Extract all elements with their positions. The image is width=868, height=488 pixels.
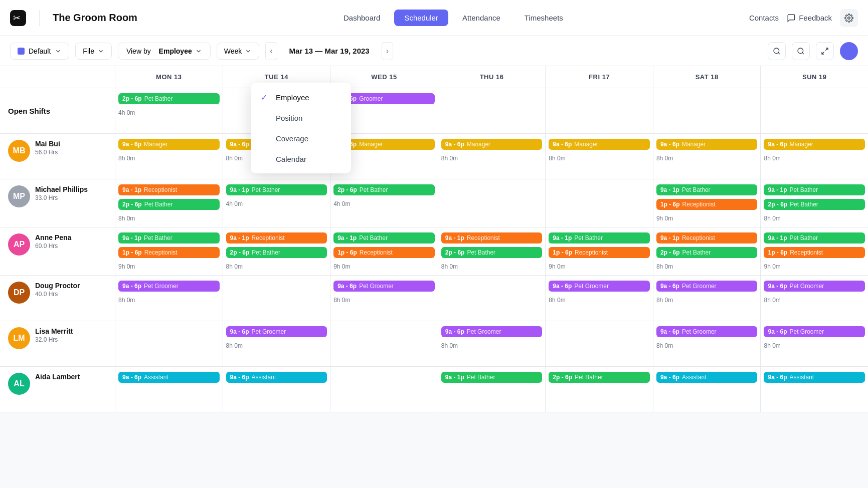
open-shifts-sun [761,88,868,133]
dropdown-calendar[interactable]: Calendar [251,149,351,169]
shift-tag[interactable]: 1p - 6pReceptionist [118,247,220,258]
shift-tag[interactable]: 1p - 6pReceptionist [656,199,758,210]
week-button[interactable]: Week [217,43,260,60]
lisa-merritt-wed [330,321,438,366]
shift-tag[interactable]: 1p - 6pReceptionist [764,247,865,258]
logo-area: ✂ The Groom Room [10,10,137,26]
emp-days-aida-lambert: 9a - 6pAssistant 9a - 6pAssistant 9a - 1… [115,367,868,412]
fullscreen-button[interactable] [816,42,834,60]
default-label: Default [29,47,51,55]
file-button[interactable]: File [75,43,112,60]
shift-tag[interactable]: 9a - 1pReceptionist [441,232,543,243]
prev-week-button[interactable]: ‹ [265,42,277,60]
shift-tag[interactable]: 9a - 1pPet Bather [441,372,543,383]
date-range: Mar 13 — Mar 19, 2023 [283,47,376,55]
shift-tag[interactable]: 9a - 6pPet Groomer [118,281,220,292]
settings-button[interactable] [840,9,858,27]
open-shifts-mon: 2p - 6p Pet Bather 4h 0m [115,88,223,133]
header-divider [39,10,40,26]
svg-point-5 [798,48,803,54]
search-button-2[interactable] [792,42,810,60]
search-button-1[interactable] [768,42,786,60]
shift-tag[interactable]: 9a - 1pReceptionist [118,184,220,195]
emp-info-mai-bui: MB Mai Bui 56.0 Hrs [0,134,115,179]
shift-tag[interactable]: 9a - 1pPet Bather [118,232,220,243]
feedback-button[interactable]: Feedback [787,14,832,23]
emp-name-mai-bui: Mai Bui [35,140,60,148]
shift-tag[interactable]: 9a - 1pPet Bather [226,184,327,195]
shift-tag[interactable]: 9a - 6pAssistant [226,372,327,383]
default-button[interactable]: Default [10,43,69,60]
shift-tag[interactable]: 9a - 6pPet Groomer [226,326,327,337]
fullscreen-icon [821,47,829,55]
shift-tag[interactable]: 2p - 6p Pet Bather [118,93,220,104]
open-shifts-row: Open Shifts 2p - 6p Pet Bather 4h 0m [0,88,868,134]
calendar-container: MON 13 TUE 14 WED 15 THU 16 FRI 17 SAT 1… [0,66,868,488]
emp-hrs-lisa-merritt: 32.0 Hrs [35,336,73,343]
mai-bui-mon: 9a - 6pManager 8h 0m [115,134,223,179]
emp-name-lisa-merritt: Lisa Merritt [35,327,73,335]
shift-tag[interactable]: 2p - 6pPet Bather [441,247,543,258]
shift-tag[interactable]: 2p - 6pPet Bather [656,247,758,258]
shift-tag[interactable]: 9a - 6pManager [764,139,865,150]
shift-tag[interactable]: 9a - 6pManager [441,139,543,150]
shift-tag[interactable]: 9a - 6pPet Groomer [549,281,650,292]
open-shifts-days: 2p - 6p Pet Bather 4h 0m 9a - 6p [115,88,868,133]
nav-timesheets[interactable]: Timesheets [514,10,573,26]
shift-tag[interactable]: 9a - 6pPet Groomer [441,326,543,337]
contacts-link[interactable]: Contacts [749,14,779,22]
shift-tag[interactable]: 9a - 1pPet Bather [764,232,865,243]
settings-icon [844,14,853,23]
open-shifts-sat [653,88,761,133]
anne-pena-wed: 9a - 1pPet Bather 1p - 6pReceptionist 9h… [330,227,438,275]
shift-tag[interactable]: 9a - 6pPet Groomer [656,326,758,337]
dropdown-position[interactable]: Position [251,108,351,128]
emp-days-mai-bui: 9a - 6pManager 8h 0m 9a - 6pManager 8h 0… [115,134,868,179]
emp-name-anne-pena: Anne Pena [35,233,71,241]
shift-tag[interactable]: 9a - 6pPet Groomer [333,281,435,292]
lisa-merritt-thu: 9a - 6pPet Groomer 8h 0m [438,321,546,366]
michael-phillips-wed: 2p - 6pPet Bather 4h 0m [330,179,438,227]
doug-proctor-mon: 9a - 6pPet Groomer 8h 0m [115,276,223,321]
shift-tag[interactable]: 1p - 6pReceptionist [549,247,650,258]
shift-tag[interactable]: 2p - 6pPet Bather [549,372,650,383]
dropdown-calendar-label: Calendar [276,155,306,163]
shift-tag[interactable]: 9a - 6pManager [118,139,220,150]
user-avatar[interactable] [840,42,858,60]
shift-tag[interactable]: 9a - 1pPet Bather [549,232,650,243]
nav-attendance[interactable]: Attendance [452,10,510,26]
shift-tag[interactable]: 9a - 1pPet Bather [764,184,865,195]
shift-tag[interactable]: 9a - 6pManager [549,139,650,150]
emp-info-michael-phillips: MP Michael Phillips 33.0 Hrs [0,179,115,227]
shift-tag[interactable]: 9a - 1pReceptionist [226,232,327,243]
shift-tag[interactable]: 9a - 6pManager [656,139,758,150]
shift-tag[interactable]: 9a - 1pPet Bather [656,184,758,195]
shift-tag[interactable]: 9a - 1pPet Bather [333,232,435,243]
lisa-merritt-sun: 9a - 6pPet Groomer 8h 0m [761,321,868,366]
dropdown-coverage[interactable]: Coverage [251,128,351,149]
next-week-button[interactable]: › [382,42,393,60]
shift-tag[interactable]: 9a - 6pPet Groomer [764,281,865,292]
shift-tag[interactable]: 2p - 6pPet Bather [226,247,327,258]
view-by-button[interactable]: View by Employee [118,43,211,60]
day-header-mon: MON 13 [115,66,223,88]
aida-lambert-sat: 9a - 6pAssistant [653,367,761,412]
shift-tag[interactable]: 2p - 6pPet Bather [333,184,435,195]
dropdown-employee[interactable]: ✓ Employee [251,87,351,108]
nav-dashboard[interactable]: Dashboard [333,10,390,26]
svg-line-8 [822,52,824,54]
shift-tag[interactable]: 9a - 6pAssistant [118,372,220,383]
shift-tag[interactable]: 9a - 6pAssistant [656,372,758,383]
anne-pena-mon: 9a - 1pPet Bather 1p - 6pReceptionist 9h… [115,227,223,275]
employee-row-doug-proctor: DP Doug Proctor 40.0 Hrs 9a - 6pPet Groo… [0,276,868,321]
shift-tag[interactable]: 2p - 6pPet Bather [118,199,220,210]
nav-scheduler[interactable]: Scheduler [394,10,448,26]
shift-tag[interactable]: 9a - 6pAssistant [764,372,865,383]
day-header-sun: SUN 19 [761,66,868,88]
shift-tag[interactable]: 9a - 6pPet Groomer [656,281,758,292]
shift-tag[interactable]: 9a - 1pReceptionist [656,232,758,243]
chevron-down-icon-view [195,48,202,55]
shift-tag[interactable]: 1p - 6pReceptionist [333,247,435,258]
shift-tag[interactable]: 9a - 6pPet Groomer [764,326,865,337]
shift-tag[interactable]: 2p - 6pPet Bather [764,199,865,210]
